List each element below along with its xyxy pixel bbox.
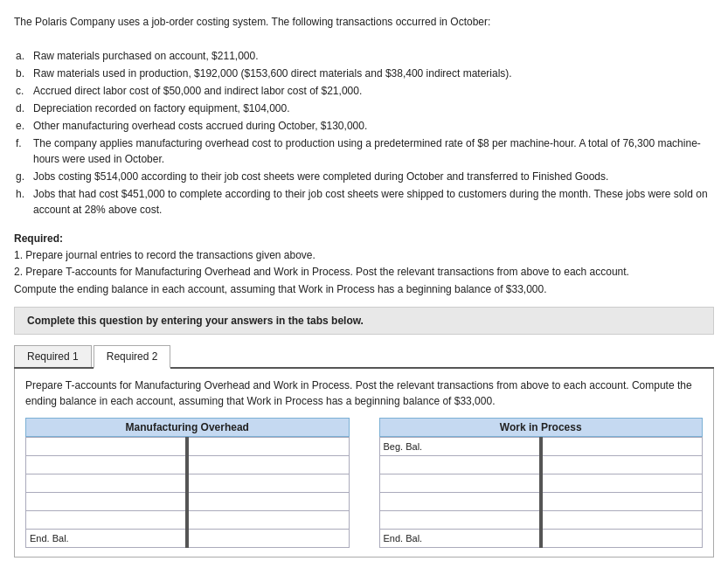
moh-input[interactable]	[192, 460, 344, 470]
beg-bal-row: Beg. Bal.	[379, 437, 703, 455]
wip-cell[interactable]	[379, 510, 540, 529]
wip-cell[interactable]	[542, 474, 703, 492]
moh-input[interactable]	[30, 460, 182, 470]
table-row	[26, 474, 350, 492]
wip-input[interactable]	[384, 515, 536, 525]
moh-cell[interactable]	[26, 437, 187, 455]
list-item: g.Jobs costing $514,000 according to the…	[14, 168, 714, 185]
list-item: d.Depreciation recorded on factory equip…	[14, 100, 714, 117]
list-item-label: f.	[14, 135, 31, 168]
wip-cell[interactable]	[379, 455, 540, 474]
work-in-process-title: Work in Process	[379, 418, 704, 437]
wip-cell[interactable]	[379, 492, 540, 510]
tab-required1[interactable]: Required 1	[14, 345, 92, 367]
table-row	[379, 455, 703, 474]
manufacturing-overhead-title: Manufacturing Overhead	[25, 418, 350, 437]
list-item: a.Raw materials purchased on account, $2…	[14, 47, 714, 65]
tab-description: Prepare T-accounts for Manufacturing Ove…	[25, 377, 703, 409]
moh-input[interactable]	[192, 478, 344, 488]
moh-cell[interactable]	[188, 492, 349, 510]
table-row	[379, 474, 703, 492]
spacer	[358, 418, 371, 548]
intro-section: The Polaris Company uses a job-order cos…	[14, 14, 714, 218]
list-item: h.Jobs that had cost $451,000 to complet…	[14, 185, 714, 218]
wip-input[interactable]	[546, 460, 698, 470]
list-item: c.Accrued direct labor cost of $50,000 a…	[14, 82, 714, 100]
required-section: Required: 1. Prepare journal entries to …	[14, 231, 714, 298]
tab-required2[interactable]: Required 2	[94, 345, 171, 369]
wip-cell[interactable]	[542, 455, 703, 474]
moh-cell[interactable]	[188, 437, 349, 455]
moh-input[interactable]	[192, 441, 344, 452]
beg-bal-label: Beg. Bal.	[379, 437, 540, 455]
complete-box: Complete this question by entering your …	[14, 307, 714, 335]
list-item-label: a.	[14, 47, 31, 65]
list-item-text: Depreciation recorded on factory equipme…	[31, 100, 714, 117]
wip-input[interactable]	[384, 496, 536, 507]
wip-input[interactable]	[384, 478, 536, 488]
wip-input[interactable]	[546, 515, 698, 525]
end-bal-row: End. Bal.	[26, 529, 350, 547]
table-row	[379, 492, 703, 510]
wip-end-input[interactable]	[546, 533, 698, 544]
t-accounts-container: Manufacturing Overhead	[25, 418, 703, 548]
wip-cell[interactable]	[379, 474, 540, 492]
list-item-text: Jobs costing $514,000 according to their…	[31, 168, 714, 185]
required-line: 2. Prepare T-accounts for Manufacturing …	[14, 266, 629, 278]
list-item-label: b.	[14, 65, 31, 82]
wip-input[interactable]	[546, 478, 698, 488]
list-item: b.Raw materials used in production, $192…	[14, 65, 714, 82]
moh-input[interactable]	[30, 515, 182, 525]
list-item-text: Raw materials used in production, $192,0…	[31, 65, 714, 82]
list-item-text: Accrued direct labor cost of $50,000 and…	[31, 82, 714, 100]
list-item-label: h.	[14, 185, 31, 218]
required-line: Compute the ending balance in each accou…	[14, 283, 547, 295]
tabs-row: Required 1 Required 2	[14, 343, 714, 369]
table-row	[26, 437, 350, 455]
moh-cell[interactable]	[26, 474, 187, 492]
wip-input[interactable]	[384, 460, 536, 470]
moh-input[interactable]	[192, 496, 344, 507]
list-item-text: Raw materials purchased on account, $211…	[31, 47, 714, 65]
table-row	[26, 455, 350, 474]
wip-cell[interactable]	[542, 492, 703, 510]
moh-cell[interactable]	[26, 510, 187, 529]
table-row	[379, 510, 703, 529]
moh-end-input[interactable]	[192, 533, 344, 544]
list-item-label: c.	[14, 82, 31, 100]
end-bal-label: End. Bal.	[26, 529, 187, 547]
moh-cell[interactable]	[188, 455, 349, 474]
wip-cell[interactable]	[542, 510, 703, 529]
wip-input[interactable]	[546, 441, 698, 452]
manufacturing-overhead-account: Manufacturing Overhead	[25, 418, 350, 548]
moh-end-cell[interactable]	[188, 529, 349, 547]
required-line: 1. Prepare journal entries to record the…	[14, 249, 315, 261]
moh-cell[interactable]	[26, 455, 187, 474]
end-bal-row: End. Bal.	[379, 529, 703, 547]
required-title: Required:	[14, 232, 63, 245]
list-item-text: The company applies manufacturing overhe…	[31, 135, 714, 168]
moh-input[interactable]	[30, 441, 182, 452]
moh-input[interactable]	[30, 478, 182, 488]
list-item-label: e.	[14, 117, 31, 135]
list-item-label: g.	[14, 168, 31, 185]
table-row	[26, 510, 350, 529]
list-item-label: d.	[14, 100, 31, 117]
moh-cell[interactable]	[26, 492, 187, 510]
moh-input[interactable]	[192, 515, 344, 525]
moh-cell[interactable]	[188, 510, 349, 529]
moh-cell[interactable]	[188, 474, 349, 492]
wip-end-cell[interactable]	[542, 529, 703, 547]
list-item-text: Jobs that had cost $451,000 to complete …	[31, 185, 714, 218]
moh-input[interactable]	[30, 496, 182, 507]
table-row	[26, 492, 350, 510]
wip-input[interactable]	[546, 496, 698, 507]
work-in-process-account: Work in Process Beg. Bal.	[379, 418, 704, 548]
work-in-process-table: Beg. Bal.	[379, 437, 704, 548]
list-item: e.Other manufacturing overhead costs acc…	[14, 117, 714, 135]
end-bal-label: End. Bal.	[379, 529, 540, 547]
list-item: f.The company applies manufacturing over…	[14, 135, 714, 168]
intro-heading: The Polaris Company uses a job-order cos…	[14, 14, 714, 30]
tab-content: Prepare T-accounts for Manufacturing Ove…	[14, 369, 714, 558]
wip-cell[interactable]	[542, 437, 703, 455]
